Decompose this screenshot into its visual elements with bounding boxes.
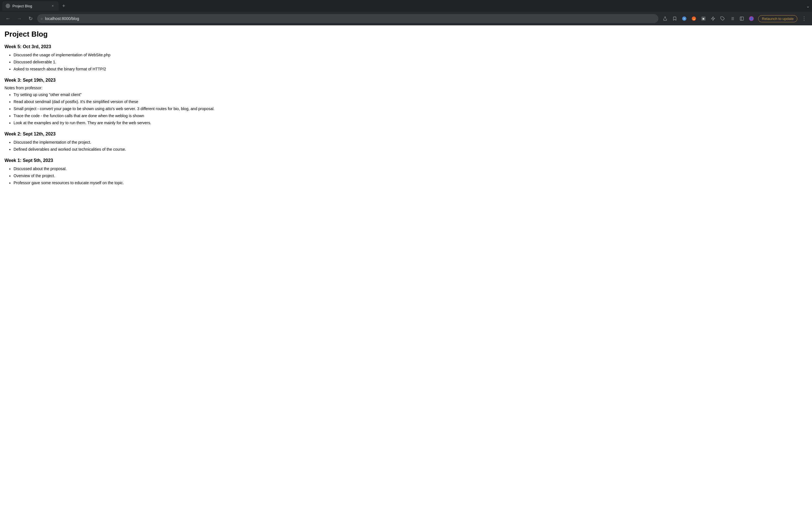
svg-text:▣: ▣	[702, 17, 705, 20]
reading-list-button[interactable]	[728, 14, 737, 23]
list-item: Read about sendmail (dad of postfix). It…	[13, 99, 808, 105]
reload-button[interactable]: ↻	[26, 14, 35, 23]
share-button[interactable]	[661, 14, 670, 23]
profile-button[interactable]: 👤	[747, 14, 756, 23]
tab-overflow-button[interactable]: ⌄	[806, 3, 810, 9]
lightning-button[interactable]	[709, 14, 718, 23]
week-section-week2: Week 2: Sept 12th, 2023Discussed the imp…	[4, 131, 808, 152]
forward-icon: →	[17, 16, 22, 22]
list-item: Look at the examples and try to run them…	[13, 120, 808, 126]
avatar-icon: 👤	[749, 16, 754, 21]
week-heading-week2: Week 2: Sept 12th, 2023	[4, 131, 808, 136]
list-item: Overview of the project.	[13, 173, 808, 179]
week-section-week5: Week 5: Oct 3rd, 2023Discussed the usage…	[4, 44, 808, 72]
ext1-icon: ●	[682, 16, 687, 21]
more-menu-button[interactable]: ⋮	[800, 14, 809, 23]
week-list-week3: Try setting up using "other email client…	[4, 92, 808, 126]
svg-rect-15	[740, 17, 744, 20]
week-heading-week3: Week 3: Sept 19th, 2023	[4, 78, 808, 83]
ext3-icon: ▣	[701, 16, 706, 21]
more-icon: ⋮	[802, 15, 807, 22]
week-section-week3: Week 3: Sept 19th, 2023Notes from profes…	[4, 78, 808, 126]
week-heading-week1: Week 1: Sept 5th, 2023	[4, 158, 808, 163]
forward-button[interactable]: →	[15, 14, 24, 23]
list-item: Try setting up using "other email client…	[13, 92, 808, 98]
bookmark-icon	[672, 16, 677, 21]
list-item: Professor gave some resources to educate…	[13, 180, 808, 186]
puzzle-icon	[720, 16, 725, 21]
extension1-button[interactable]: ●	[680, 14, 689, 23]
reload-icon: ↻	[29, 15, 33, 22]
list-item: Discussed the implementation of the proj…	[13, 139, 808, 145]
nav-bar: ← → ↻ ○ localhost:8000/blog	[0, 12, 812, 25]
list-item: Asked to research about the binary forma…	[13, 66, 808, 72]
url-display: localhost:8000/blog	[45, 16, 655, 21]
list-item: Defined deliverables and worked out tech…	[13, 147, 808, 152]
tab-bar: Project Blog × + ⌄	[0, 0, 812, 12]
week-list-week1: Discussed about the proposal.Overview of…	[4, 166, 808, 186]
svg-text:🔥: 🔥	[693, 17, 696, 20]
tab-title: Project Blog	[12, 4, 48, 8]
list-item: Discussed deliverable 1.	[13, 59, 808, 65]
active-tab[interactable]: Project Blog ×	[2, 1, 59, 11]
svg-text:●: ●	[684, 17, 685, 20]
week-heading-week5: Week 5: Oct 3rd, 2023	[4, 44, 808, 49]
lightning-icon	[711, 16, 715, 21]
list-item: Discussed about the proposal.	[13, 166, 808, 172]
extensions-button[interactable]	[718, 14, 727, 23]
bookmark-button[interactable]	[670, 14, 679, 23]
address-bar[interactable]: ○ localhost:8000/blog	[37, 14, 658, 23]
list-item: Small project - convert your page to be …	[13, 106, 808, 112]
tab-favicon	[6, 4, 10, 8]
back-icon: ←	[5, 16, 10, 22]
weeks-container: Week 5: Oct 3rd, 2023Discussed the usage…	[4, 44, 808, 186]
lock-icon: ○	[41, 17, 43, 21]
extension2-button[interactable]: 🔥	[689, 14, 698, 23]
list-icon	[730, 16, 734, 21]
extension3-button[interactable]: ▣	[699, 14, 708, 23]
week-list-week5: Discussed the usage of implementation of…	[4, 52, 808, 72]
page-title: Project Blog	[4, 30, 808, 39]
new-tab-button[interactable]: +	[60, 2, 68, 10]
sidebar-icon	[740, 16, 744, 21]
share-icon	[663, 16, 667, 21]
ext2-icon: 🔥	[691, 16, 696, 21]
week-section-week1: Week 1: Sept 5th, 2023Discussed about th…	[4, 158, 808, 186]
back-button[interactable]: ←	[3, 14, 12, 23]
week-list-week2: Discussed the implementation of the proj…	[4, 139, 808, 152]
svg-text:👤: 👤	[750, 17, 753, 20]
svg-marker-7	[711, 17, 715, 20]
sidebar-button[interactable]	[737, 14, 746, 23]
list-item: Discussed the usage of implementation of…	[13, 52, 808, 58]
relaunch-button[interactable]: Relaunch to update	[758, 15, 797, 22]
toolbar-icons: ● 🔥 ▣	[661, 14, 756, 23]
browser-chrome: Project Blog × + ⌄ ← → ↻ ○ localhost:800…	[0, 0, 812, 25]
tab-close-button[interactable]: ×	[50, 3, 55, 8]
page-content: Project Blog Week 5: Oct 3rd, 2023Discus…	[0, 25, 812, 507]
list-item: Trace the code - the function calls that…	[13, 113, 808, 119]
notes-label-week3: Notes from professor:	[4, 86, 808, 90]
